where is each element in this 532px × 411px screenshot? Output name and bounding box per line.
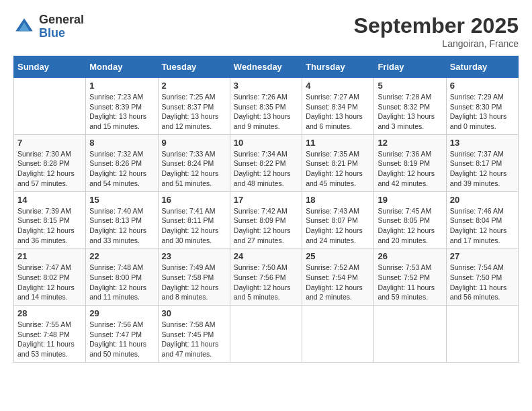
week-row-3: 14Sunrise: 7:39 AMSunset: 8:15 PMDayligh…: [14, 191, 519, 248]
cell-text: Sunset: 8:11 PM: [162, 216, 226, 226]
day-number: 29: [89, 308, 154, 318]
cell-text: Daylight: 13 hours: [89, 111, 154, 122]
cell-text: Sunset: 8:04 PM: [450, 216, 515, 226]
cell-text: Sunrise: 7:42 AM: [234, 206, 298, 216]
calendar-cell: 13Sunrise: 7:37 AMSunset: 8:17 PMDayligh…: [446, 134, 518, 191]
cell-text: Sunset: 7:45 PM: [162, 330, 226, 340]
cell-text: Sunrise: 7:43 AM: [306, 206, 370, 216]
day-number: 8: [89, 138, 154, 148]
cell-text: Sunrise: 7:23 AM: [89, 92, 154, 102]
cell-text: Sunrise: 7:26 AM: [234, 92, 298, 102]
cell-text: and 53 minutes.: [17, 349, 82, 359]
cell-text: Sunrise: 7:48 AM: [89, 263, 154, 273]
calendar-cell: 14Sunrise: 7:39 AMSunset: 8:15 PMDayligh…: [14, 191, 86, 248]
cell-text: and 30 minutes.: [162, 236, 226, 246]
cell-text: and 51 minutes.: [162, 179, 226, 189]
cell-text: Daylight: 12 hours: [89, 283, 154, 293]
calendar-cell: 24Sunrise: 7:50 AMSunset: 7:56 PMDayligh…: [230, 248, 302, 306]
page-header: General Blue September 2025 Langoiran, F…: [13, 13, 519, 49]
day-number: 22: [89, 251, 154, 261]
calendar-cell: 22Sunrise: 7:48 AMSunset: 8:00 PMDayligh…: [86, 248, 158, 306]
cell-text: and 11 minutes.: [89, 292, 154, 302]
day-number: 20: [450, 195, 515, 205]
cell-text: Daylight: 13 hours: [306, 111, 370, 122]
day-number: 13: [450, 138, 515, 148]
day-number: 16: [162, 195, 226, 205]
day-number: 6: [450, 81, 515, 91]
calendar-cell: 18Sunrise: 7:43 AMSunset: 8:07 PMDayligh…: [302, 191, 374, 248]
calendar-cell: 5Sunrise: 7:28 AMSunset: 8:32 PMDaylight…: [374, 78, 446, 135]
cell-text: and 50 minutes.: [89, 349, 154, 359]
cell-text: Sunrise: 7:49 AM: [162, 263, 226, 273]
cell-text: Sunset: 8:21 PM: [306, 158, 370, 169]
cell-text: Daylight: 12 hours: [234, 283, 298, 293]
day-number: 15: [89, 195, 154, 205]
day-number: 24: [234, 251, 298, 261]
cell-text: Sunrise: 7:37 AM: [450, 149, 515, 159]
week-row-4: 21Sunrise: 7:47 AMSunset: 8:02 PMDayligh…: [14, 248, 519, 306]
cell-text: Daylight: 12 hours: [162, 226, 226, 236]
cell-text: Sunset: 8:37 PM: [162, 102, 226, 112]
day-number: 19: [378, 195, 442, 205]
cell-text: Daylight: 12 hours: [234, 169, 298, 179]
calendar-cell: 6Sunrise: 7:29 AMSunset: 8:30 PMDaylight…: [446, 78, 518, 135]
cell-text: and 20 minutes.: [378, 236, 442, 246]
calendar-cell: 1Sunrise: 7:23 AMSunset: 8:39 PMDaylight…: [86, 78, 158, 135]
month-title: September 2025: [354, 13, 519, 38]
cell-text: Daylight: 12 hours: [306, 169, 370, 179]
calendar-cell: 2Sunrise: 7:25 AMSunset: 8:37 PMDaylight…: [158, 78, 230, 135]
cell-text: Sunset: 8:05 PM: [378, 216, 442, 226]
calendar-cell: 20Sunrise: 7:46 AMSunset: 8:04 PMDayligh…: [446, 191, 518, 248]
cell-text: Daylight: 13 hours: [162, 111, 226, 122]
cell-text: Sunrise: 7:54 AM: [450, 263, 515, 273]
calendar-cell: 7Sunrise: 7:30 AMSunset: 8:28 PMDaylight…: [14, 134, 86, 191]
cell-text: Sunset: 7:47 PM: [89, 330, 154, 340]
cell-text: and 17 minutes.: [450, 236, 515, 246]
cell-text: and 54 minutes.: [89, 179, 154, 189]
cell-text: and 57 minutes.: [17, 179, 82, 189]
col-header-thursday: Thursday: [302, 56, 374, 78]
cell-text: and 36 minutes.: [17, 236, 82, 246]
cell-text: and 2 minutes.: [306, 292, 370, 302]
cell-text: and 45 minutes.: [306, 179, 370, 189]
cell-text: Sunset: 8:19 PM: [378, 158, 442, 169]
cell-text: and 39 minutes.: [450, 179, 515, 189]
cell-text: Sunrise: 7:35 AM: [306, 149, 370, 159]
cell-text: Sunrise: 7:52 AM: [306, 263, 370, 273]
cell-text: and 27 minutes.: [234, 236, 298, 246]
cell-text: and 56 minutes.: [450, 292, 515, 302]
calendar-cell: [302, 306, 374, 363]
cell-text: and 9 minutes.: [234, 122, 298, 132]
week-row-5: 28Sunrise: 7:55 AMSunset: 7:48 PMDayligh…: [14, 306, 519, 363]
cell-text: Sunrise: 7:56 AM: [89, 320, 154, 330]
col-header-wednesday: Wednesday: [230, 56, 302, 78]
cell-text: Sunset: 8:02 PM: [17, 273, 82, 283]
cell-text: and 0 minutes.: [450, 122, 515, 132]
logo-blue-text: Blue: [39, 27, 84, 40]
calendar-cell: 3Sunrise: 7:26 AMSunset: 8:35 PMDaylight…: [230, 78, 302, 135]
calendar-cell: 10Sunrise: 7:34 AMSunset: 8:22 PMDayligh…: [230, 134, 302, 191]
cell-text: and 12 minutes.: [162, 122, 226, 132]
calendar-cell: 9Sunrise: 7:33 AMSunset: 8:24 PMDaylight…: [158, 134, 230, 191]
cell-text: Sunrise: 7:29 AM: [450, 92, 515, 102]
cell-text: Daylight: 12 hours: [450, 169, 515, 179]
calendar-cell: [14, 78, 86, 135]
location-text: Langoiran, France: [354, 38, 519, 49]
cell-text: Sunset: 7:48 PM: [17, 330, 82, 340]
cell-text: Daylight: 12 hours: [17, 226, 82, 236]
day-number: 12: [378, 138, 442, 148]
cell-text: Daylight: 12 hours: [162, 283, 226, 293]
cell-text: and 48 minutes.: [234, 179, 298, 189]
cell-text: Sunset: 7:52 PM: [378, 273, 442, 283]
cell-text: Daylight: 12 hours: [17, 283, 82, 293]
cell-text: Sunrise: 7:27 AM: [306, 92, 370, 102]
cell-text: and 59 minutes.: [378, 292, 442, 302]
cell-text: Sunset: 8:26 PM: [89, 158, 154, 169]
cell-text: and 5 minutes.: [234, 292, 298, 302]
cell-text: Sunset: 8:32 PM: [378, 102, 442, 112]
cell-text: Sunset: 8:28 PM: [17, 158, 82, 169]
day-number: 14: [17, 195, 82, 205]
day-number: 7: [17, 138, 82, 148]
day-number: 17: [234, 195, 298, 205]
cell-text: Daylight: 11 hours: [89, 339, 154, 349]
